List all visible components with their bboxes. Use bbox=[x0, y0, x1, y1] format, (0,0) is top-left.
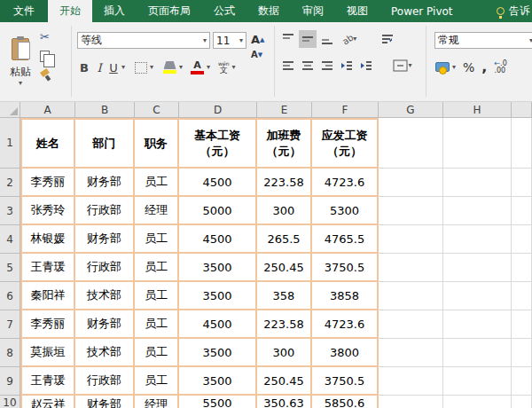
underline-button[interactable]: U bbox=[107, 60, 120, 75]
select-all-corner[interactable] bbox=[0, 102, 20, 118]
table-cell[interactable]: 赵云祥 bbox=[20, 396, 75, 408]
merge-center-button[interactable]: ▾ bbox=[391, 57, 414, 75]
align-right-button[interactable] bbox=[318, 57, 336, 75]
empty-cell-partial[interactable] bbox=[512, 254, 532, 282]
table-header-cell[interactable]: 部门 bbox=[75, 118, 135, 169]
table-header-cell[interactable]: 应发工资 （元） bbox=[312, 118, 379, 169]
empty-cell-H6[interactable] bbox=[443, 282, 512, 310]
table-cell[interactable]: 223.58 bbox=[257, 310, 312, 339]
increase-decimal-button[interactable]: ←.0.00 bbox=[493, 59, 507, 75]
table-header-cell[interactable]: 职务 bbox=[135, 118, 179, 169]
row-header-7[interactable]: 7 bbox=[0, 310, 20, 339]
table-cell[interactable]: 财务部 bbox=[75, 225, 135, 254]
empty-cell-G1[interactable] bbox=[379, 118, 443, 169]
table-cell[interactable]: 3500 bbox=[179, 282, 257, 310]
table-cell[interactable]: 员工 bbox=[135, 225, 179, 254]
empty-cell-G2[interactable] bbox=[379, 169, 443, 197]
table-cell[interactable]: 莫振垣 bbox=[20, 339, 75, 367]
decrease-indent-button[interactable] bbox=[338, 57, 356, 75]
table-cell[interactable]: 员工 bbox=[135, 367, 179, 396]
cut-button[interactable]: ✂ bbox=[39, 29, 51, 44]
column-header-C[interactable]: C bbox=[135, 102, 179, 118]
ribbon-tab-文件[interactable]: 文件 bbox=[0, 0, 48, 22]
font-size-combobox[interactable]: 11▾ bbox=[213, 32, 246, 49]
ribbon-tab-开始[interactable]: 开始 bbox=[48, 0, 92, 22]
table-cell[interactable]: 250.45 bbox=[257, 254, 312, 282]
format-painter-button[interactable] bbox=[39, 68, 52, 82]
column-header-A[interactable]: A bbox=[20, 102, 75, 118]
paste-dropdown-arrow[interactable]: ▾ bbox=[10, 80, 31, 87]
paste-button[interactable]: 粘贴 ▾ bbox=[4, 27, 37, 97]
font-color-dropdown-arrow[interactable]: ▾ bbox=[207, 64, 210, 71]
empty-cell-partial[interactable] bbox=[512, 225, 532, 254]
column-header-B[interactable]: B bbox=[75, 102, 135, 118]
ribbon-tab-公式[interactable]: 公式 bbox=[202, 0, 246, 22]
italic-button[interactable]: I bbox=[93, 60, 106, 75]
table-cell[interactable]: 4765.5 bbox=[312, 225, 379, 254]
empty-cell-H2[interactable] bbox=[443, 169, 512, 197]
empty-cell-H5[interactable] bbox=[443, 254, 512, 282]
column-header-partial[interactable] bbox=[512, 102, 532, 118]
empty-cell-partial[interactable] bbox=[512, 169, 532, 197]
empty-cell-G3[interactable] bbox=[379, 197, 443, 225]
empty-cell-G8[interactable] bbox=[379, 339, 443, 367]
table-cell[interactable]: 王青瑗 bbox=[20, 254, 75, 282]
row-header-2[interactable]: 2 bbox=[0, 169, 20, 197]
table-cell[interactable]: 3500 bbox=[179, 367, 257, 396]
empty-cell-partial[interactable] bbox=[512, 197, 532, 225]
table-cell[interactable]: 经理 bbox=[135, 197, 179, 225]
column-header-G[interactable]: G bbox=[379, 102, 443, 118]
empty-cell-H1[interactable] bbox=[443, 118, 512, 169]
row-header-3[interactable]: 3 bbox=[0, 197, 20, 225]
table-cell[interactable]: 员工 bbox=[135, 282, 179, 310]
empty-cell-H9[interactable] bbox=[443, 367, 512, 396]
empty-cell-G4[interactable] bbox=[379, 225, 443, 254]
table-cell[interactable]: 5850.6 bbox=[312, 396, 379, 408]
ribbon-tab-数据[interactable]: 数据 bbox=[246, 0, 291, 22]
row-header-1[interactable]: 1 bbox=[0, 118, 20, 169]
phonetic-guide-button[interactable]: wén 文 bbox=[217, 60, 230, 75]
empty-cell-G6[interactable] bbox=[379, 282, 443, 310]
table-cell[interactable]: 4500 bbox=[179, 225, 257, 254]
table-cell[interactable]: 技术部 bbox=[75, 282, 135, 310]
column-header-H[interactable]: H bbox=[443, 102, 512, 118]
row-header-5[interactable]: 5 bbox=[0, 254, 20, 282]
table-cell[interactable]: 3750.5 bbox=[312, 367, 379, 396]
borders-dropdown-arrow[interactable]: ▾ bbox=[150, 64, 153, 71]
column-header-F[interactable]: F bbox=[312, 102, 379, 118]
table-cell[interactable]: 王青瑗 bbox=[20, 367, 75, 396]
decrease-font-size-button[interactable]: A▼ bbox=[250, 49, 263, 60]
middle-align-button[interactable] bbox=[299, 30, 317, 48]
phonetic-dropdown-arrow[interactable]: ▾ bbox=[231, 64, 235, 71]
empty-cell-H4[interactable] bbox=[443, 225, 512, 254]
table-cell[interactable]: 3500 bbox=[179, 254, 257, 282]
empty-cell-partial[interactable] bbox=[512, 310, 532, 339]
copy-button[interactable]: ▾ bbox=[39, 50, 54, 63]
table-cell[interactable]: 行政部 bbox=[75, 197, 135, 225]
font-color-button[interactable]: A bbox=[190, 59, 205, 75]
row-header-9[interactable]: 9 bbox=[0, 367, 20, 396]
underline-dropdown-arrow[interactable]: ▾ bbox=[121, 64, 125, 71]
table-cell[interactable]: 员工 bbox=[135, 169, 179, 197]
table-cell[interactable]: 5300 bbox=[312, 197, 379, 225]
table-cell[interactable]: 员工 bbox=[135, 310, 179, 339]
table-cell[interactable]: 李秀丽 bbox=[20, 169, 75, 197]
ribbon-tab-页面布局[interactable]: 页面布局 bbox=[137, 0, 202, 22]
table-cell[interactable]: 223.58 bbox=[257, 169, 312, 197]
ribbon-tab-视图[interactable]: 视图 bbox=[335, 0, 379, 22]
table-cell[interactable]: 300 bbox=[257, 197, 312, 225]
accounting-format-button[interactable]: ▾ bbox=[434, 61, 457, 73]
tell-me[interactable]: 告诉 bbox=[497, 0, 532, 22]
table-cell[interactable]: 技术部 bbox=[75, 339, 135, 367]
bold-button[interactable]: B bbox=[77, 60, 91, 75]
increase-font-size-button[interactable]: A▲ bbox=[250, 32, 265, 47]
align-left-button[interactable] bbox=[279, 57, 297, 75]
row-header-10[interactable]: 10 bbox=[0, 396, 20, 408]
table-cell[interactable]: 5000 bbox=[179, 197, 257, 225]
fill-color-dropdown-arrow[interactable]: ▾ bbox=[179, 64, 183, 71]
empty-cell-H7[interactable] bbox=[443, 310, 512, 339]
column-header-D[interactable]: D bbox=[179, 102, 257, 118]
table-cell[interactable]: 3858 bbox=[312, 282, 379, 310]
wrap-text-button[interactable] bbox=[379, 30, 396, 48]
table-cell[interactable]: 265.5 bbox=[257, 225, 312, 254]
